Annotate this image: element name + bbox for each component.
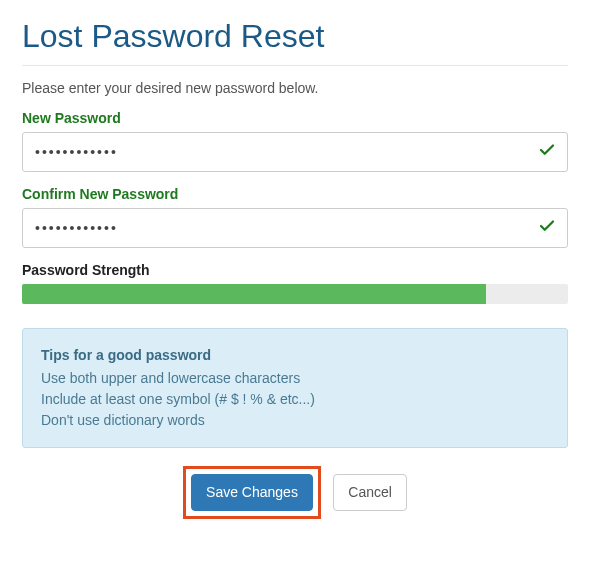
new-password-wrap — [22, 132, 568, 172]
new-password-label: New Password — [22, 110, 568, 126]
tips-line: Include at least one symbol (# $ ! % & e… — [41, 389, 549, 410]
tips-box: Tips for a good password Use both upper … — [22, 328, 568, 448]
save-button[interactable]: Save Changes — [191, 474, 313, 511]
confirm-password-input[interactable] — [22, 208, 568, 248]
tips-title: Tips for a good password — [41, 345, 549, 366]
password-strength-fill — [22, 284, 486, 304]
tips-line: Don't use dictionary words — [41, 410, 549, 431]
password-strength-label: Password Strength — [22, 262, 568, 278]
actions-row: Save Changes Cancel — [22, 466, 568, 519]
password-strength-bar — [22, 284, 568, 304]
tips-line: Use both upper and lowercase characters — [41, 368, 549, 389]
page-title: Lost Password Reset — [22, 18, 568, 66]
confirm-password-wrap — [22, 208, 568, 248]
cancel-button[interactable]: Cancel — [333, 474, 407, 511]
new-password-input[interactable] — [22, 132, 568, 172]
confirm-password-label: Confirm New Password — [22, 186, 568, 202]
page-subtitle: Please enter your desired new password b… — [22, 80, 568, 96]
save-highlight: Save Changes — [183, 466, 321, 519]
